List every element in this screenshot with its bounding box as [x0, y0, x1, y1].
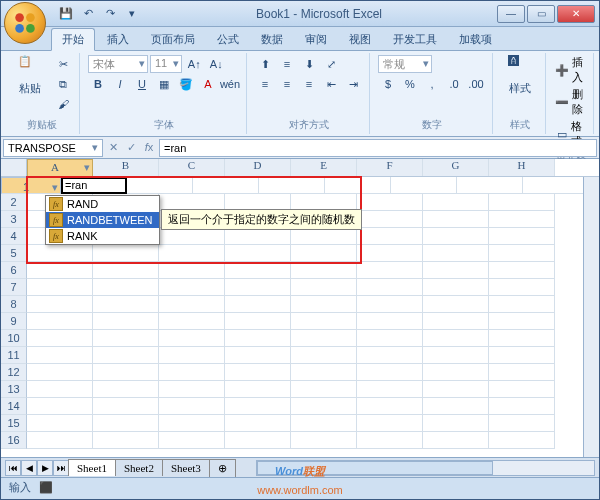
fill-color-icon[interactable]: 🪣	[176, 75, 196, 93]
cell[interactable]	[357, 194, 423, 211]
cell[interactable]	[423, 415, 489, 432]
name-box[interactable]: TRANSPOSE▾	[3, 139, 103, 157]
horizontal-scrollbar[interactable]	[256, 460, 595, 476]
tab-insert[interactable]: 插入	[97, 29, 139, 50]
tab-layout[interactable]: 页面布局	[141, 29, 205, 50]
cell[interactable]	[225, 279, 291, 296]
cell[interactable]	[159, 432, 225, 449]
col-header-c[interactable]: C	[159, 159, 225, 176]
align-top-icon[interactable]: ⬆	[255, 55, 275, 73]
row-header[interactable]: 13	[1, 381, 27, 398]
cell[interactable]	[357, 330, 423, 347]
cell[interactable]	[489, 381, 555, 398]
cell[interactable]	[489, 262, 555, 279]
formula-autocomplete[interactable]: fxRAND fxRANDBETWEEN fxRANK	[45, 195, 160, 245]
cell[interactable]	[291, 347, 357, 364]
cell[interactable]	[423, 211, 489, 228]
cell[interactable]	[291, 398, 357, 415]
cell[interactable]	[93, 262, 159, 279]
accept-formula-icon[interactable]: ✓	[123, 141, 139, 154]
tab-dev[interactable]: 开发工具	[383, 29, 447, 50]
cell[interactable]	[423, 432, 489, 449]
cell[interactable]	[27, 279, 93, 296]
cell[interactable]	[159, 330, 225, 347]
cell[interactable]	[27, 313, 93, 330]
sheet-nav-last[interactable]: ⏭	[53, 460, 69, 476]
cell[interactable]	[291, 364, 357, 381]
align-bottom-icon[interactable]: ⬇	[299, 55, 319, 73]
sheet-tab-1[interactable]: Sheet1	[68, 459, 116, 476]
formula-bar[interactable]: =ran	[159, 139, 597, 157]
cell[interactable]	[291, 279, 357, 296]
align-middle-icon[interactable]: ≡	[277, 55, 297, 73]
cell[interactable]	[93, 364, 159, 381]
row-header[interactable]: 3	[1, 211, 27, 228]
cell[interactable]	[357, 313, 423, 330]
col-header-a[interactable]: A	[27, 159, 93, 177]
cell[interactable]	[93, 296, 159, 313]
cell[interactable]	[357, 398, 423, 415]
cell[interactable]	[291, 313, 357, 330]
styles-button[interactable]: 🅰 样式	[501, 55, 539, 96]
row-header[interactable]: 6	[1, 262, 27, 279]
cell[interactable]	[391, 177, 457, 194]
cell[interactable]	[489, 347, 555, 364]
new-sheet-button[interactable]: ⊕	[209, 459, 236, 477]
col-header-e[interactable]: E	[291, 159, 357, 176]
cell[interactable]	[93, 279, 159, 296]
orientation-icon[interactable]: ⤢	[321, 55, 341, 73]
spreadsheet-grid[interactable]: A B C D E F G H 1=ran2345678910111213141…	[1, 159, 599, 457]
cell[interactable]	[27, 432, 93, 449]
cell[interactable]	[489, 415, 555, 432]
grow-font-icon[interactable]: A↑	[184, 55, 204, 73]
row-header[interactable]: 5	[1, 245, 27, 262]
cell[interactable]	[357, 347, 423, 364]
row-header[interactable]: 2	[1, 194, 27, 211]
cell[interactable]	[357, 296, 423, 313]
cell[interactable]	[423, 296, 489, 313]
cell[interactable]	[423, 279, 489, 296]
cell[interactable]	[423, 194, 489, 211]
cell[interactable]	[489, 194, 555, 211]
cell[interactable]	[27, 398, 93, 415]
cell[interactable]	[357, 228, 423, 245]
underline-icon[interactable]: U	[132, 75, 152, 93]
row-header[interactable]: 14	[1, 398, 27, 415]
cell[interactable]	[489, 313, 555, 330]
sheet-tab-2[interactable]: Sheet2	[115, 459, 163, 476]
cell[interactable]	[225, 313, 291, 330]
tab-formulas[interactable]: 公式	[207, 29, 249, 50]
cell[interactable]	[423, 398, 489, 415]
cell[interactable]	[489, 398, 555, 415]
cell[interactable]	[159, 279, 225, 296]
cut-icon[interactable]: ✂	[53, 55, 73, 73]
cell[interactable]	[225, 228, 291, 245]
cell[interactable]	[159, 313, 225, 330]
format-painter-icon[interactable]: 🖌	[53, 95, 73, 113]
cell[interactable]	[93, 432, 159, 449]
col-header-h[interactable]: H	[489, 159, 555, 176]
cancel-formula-icon[interactable]: ✕	[105, 141, 121, 154]
cell[interactable]	[423, 347, 489, 364]
shrink-font-icon[interactable]: A↓	[206, 55, 226, 73]
minimize-button[interactable]: ―	[497, 5, 525, 23]
cell[interactable]	[291, 432, 357, 449]
cell[interactable]	[357, 415, 423, 432]
cell[interactable]	[93, 313, 159, 330]
save-icon[interactable]: 💾	[57, 5, 75, 23]
cell[interactable]	[423, 381, 489, 398]
cell[interactable]	[27, 296, 93, 313]
currency-icon[interactable]: $	[378, 75, 398, 93]
cell[interactable]	[423, 228, 489, 245]
cell[interactable]	[93, 381, 159, 398]
cell[interactable]	[325, 177, 391, 194]
cell[interactable]	[27, 381, 93, 398]
row-header[interactable]: 10	[1, 330, 27, 347]
cell[interactable]	[489, 364, 555, 381]
cell[interactable]	[159, 262, 225, 279]
cell[interactable]	[93, 245, 159, 262]
cell[interactable]	[423, 330, 489, 347]
qat-more-icon[interactable]: ▾	[123, 5, 141, 23]
align-center-icon[interactable]: ≡	[277, 75, 297, 93]
cell[interactable]	[159, 415, 225, 432]
